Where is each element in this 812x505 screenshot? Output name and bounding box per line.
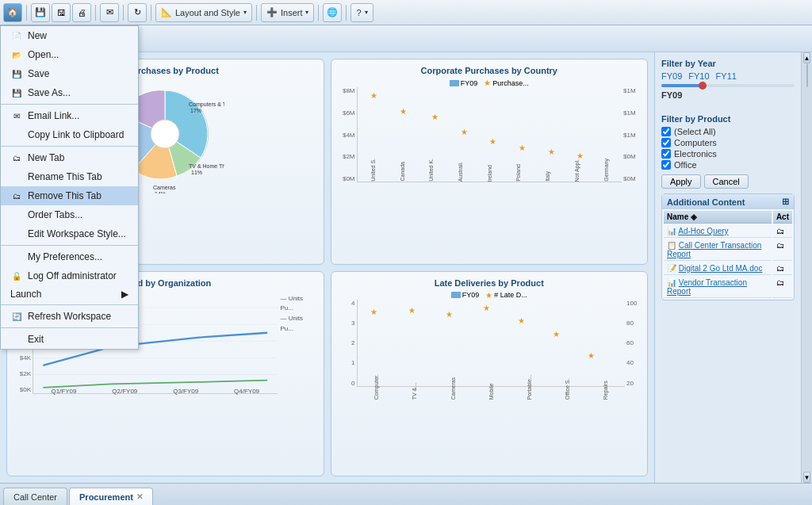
menu-edit-style[interactable]: Edit Workspace Style... xyxy=(1,224,138,243)
delivery-bars-area: ★ ★ ★ ★ ★ ★ ★ Computer. TV &... Cam xyxy=(357,300,626,387)
filter-fy09[interactable]: FY09 xyxy=(661,71,682,81)
email-button[interactable]: ✉ xyxy=(100,3,119,22)
col-act[interactable]: Act xyxy=(773,211,792,224)
trend-legend-1: — Units Pu... xyxy=(281,294,314,315)
menu-rename-tab[interactable]: Rename This Tab xyxy=(1,167,138,186)
filter-fy10[interactable]: FY10 xyxy=(688,71,709,81)
exit-icon xyxy=(10,333,23,346)
row-icon: 📊 xyxy=(667,227,676,235)
trend-legend-2: — Units Pu... xyxy=(281,314,314,335)
save-as-icon: 💾 xyxy=(10,86,23,99)
menu-new[interactable]: 📄New xyxy=(1,26,138,45)
menu-email-link[interactable]: ✉Email Link... xyxy=(1,106,138,125)
menu-sep2 xyxy=(1,146,138,147)
scroll-down[interactable]: ▼ xyxy=(803,472,811,483)
help-dropdown[interactable]: ? ▾ xyxy=(350,3,373,22)
scroll-up[interactable]: ▲ xyxy=(803,52,811,63)
save-button[interactable]: 💾 xyxy=(31,3,50,22)
act-icon[interactable]: 🗂 xyxy=(776,264,784,273)
act-icon[interactable]: 🗂 xyxy=(776,227,784,235)
delivery-y-left: 4 3 2 1 0 xyxy=(338,300,357,387)
globe-button[interactable]: 🌐 xyxy=(323,3,342,22)
act-icon[interactable]: 🗂 xyxy=(776,241,784,250)
filter-office-checkbox[interactable] xyxy=(661,160,671,170)
insert-dropdown[interactable]: ➕ Insert ▾ xyxy=(261,3,315,22)
apply-button[interactable]: Apply xyxy=(661,174,701,189)
bar-label: Germany xyxy=(603,159,609,182)
filter-buttons: Apply Cancel xyxy=(661,174,795,189)
print-button[interactable]: 🖨 xyxy=(72,3,91,22)
del-legend-fy09-label: FY09 xyxy=(462,291,480,299)
table-row: 📋 Call Center Transaction Report 🗂 xyxy=(664,239,792,261)
menu-my-prefs[interactable]: My Preferences... xyxy=(1,247,138,266)
insert-label: Insert xyxy=(281,8,303,17)
bar-label: Canada xyxy=(400,162,405,182)
refresh-button[interactable]: ↻ xyxy=(128,3,147,22)
menu-save[interactable]: 💾Save xyxy=(1,64,138,83)
y-axis-left: $8M $6M $4M $2M $0M xyxy=(338,87,357,182)
row-icon: 📝 xyxy=(667,264,676,273)
row-name[interactable]: Call Center Transaction Report xyxy=(667,241,761,258)
table-row: 📝 Digital 2 Go Ltd MA.doc 🗂 xyxy=(664,262,792,275)
legend-star: ★ xyxy=(484,78,491,87)
row-name[interactable]: Digital 2 Go Ltd MA.doc xyxy=(679,264,763,273)
menu-launch[interactable]: Launch ▶ xyxy=(1,285,138,303)
menu-remove-tab[interactable]: 🗂Remove This Tab xyxy=(1,186,138,205)
menu-save-as[interactable]: 💾Save As... xyxy=(1,83,138,102)
bar-label: Ireland xyxy=(487,165,492,182)
filter-office: Office xyxy=(661,160,795,170)
year-slider-thumb[interactable] xyxy=(699,82,707,90)
year-slider[interactable] xyxy=(661,84,795,87)
del-legend-fy09: FY09 xyxy=(451,291,480,300)
cancel-button[interactable]: Cancel xyxy=(704,174,749,189)
menu-open[interactable]: 📂Open... xyxy=(1,45,138,64)
vertical-scrollbar[interactable]: ▲ ▼ xyxy=(801,52,812,483)
scroll-thumb[interactable] xyxy=(806,63,808,87)
table-cell-act: 🗂 xyxy=(773,277,792,298)
filter-select-all-label: (Select All) xyxy=(674,127,716,136)
row-name[interactable]: Ad-Hoc Query xyxy=(678,227,728,235)
copy-link-icon xyxy=(10,128,23,141)
del-x-label: Cameras xyxy=(450,374,456,400)
menu-order-tabs[interactable]: Order Tabs... xyxy=(1,205,138,224)
menu-copy-link[interactable]: Copy Link to Clipboard xyxy=(1,125,138,144)
svg-text:Cameras: Cameras xyxy=(153,185,176,190)
launch-arrow: ▶ xyxy=(121,289,128,300)
bar-item: United S. xyxy=(359,159,388,182)
year-slider-fill xyxy=(661,84,701,87)
filter-computers-checkbox[interactable] xyxy=(661,138,671,147)
legend-fy09-label: FY09 xyxy=(461,79,478,87)
rename-tab-icon xyxy=(10,170,23,183)
additional-content-title: Additional Content xyxy=(667,197,745,207)
toolbar-sep2 xyxy=(95,5,96,21)
new-icon: 📄 xyxy=(10,29,23,42)
filter-select-all-checkbox[interactable] xyxy=(661,127,671,136)
expand-icon[interactable]: ⊞ xyxy=(782,197,789,207)
save-all-button[interactable]: 🖫 xyxy=(52,3,71,22)
act-icon[interactable]: 🗂 xyxy=(776,278,784,287)
col-name[interactable]: Name ◈ xyxy=(664,211,772,224)
filter-product-section: Filter by Product (Select All) Computers… xyxy=(661,114,795,189)
menu-refresh-workspace[interactable]: 🔄Refresh Workspace xyxy=(1,307,138,326)
filter-electronics-checkbox[interactable] xyxy=(661,149,671,159)
table-row: 📊 Ad-Hoc Query 🗂 xyxy=(664,225,792,238)
bar-item: Canada xyxy=(388,162,416,182)
layout-arrow: ▾ xyxy=(243,9,247,16)
bar-item: Australi. xyxy=(446,162,475,182)
menu-exit[interactable]: Exit xyxy=(1,330,138,349)
del-legend-late: ★ # Late D... xyxy=(485,291,527,300)
del-legend-late-label: # Late D... xyxy=(494,291,527,299)
layout-style-dropdown[interactable]: 📐 Layout and Style ▾ xyxy=(155,3,252,22)
row-name[interactable]: Vendor Transaction Report xyxy=(667,278,747,296)
tab-procurement[interactable]: Procurement ✕ xyxy=(69,488,153,505)
tab-call-center[interactable]: Call Center xyxy=(3,488,67,505)
menu-logoff[interactable]: 🔓Log Off administrator xyxy=(1,266,138,285)
app-menu-button[interactable]: 🏠 xyxy=(3,3,22,22)
filter-fy11[interactable]: FY11 xyxy=(716,71,737,81)
additional-content-section: Additional Content ⊞ Name ◈ Act 📊 xyxy=(661,193,795,300)
bar-country-card: Corporate Purchases by Country FY09 ★ Pu… xyxy=(331,59,649,265)
save-menu-icon: 💾 xyxy=(10,67,23,80)
menu-new-tab[interactable]: 🗂New Tab xyxy=(1,148,138,167)
filter-year-section: Filter by Year FY09 FY10 FY11 FY09 xyxy=(661,59,795,100)
tab-procurement-close[interactable]: ✕ xyxy=(136,492,143,501)
